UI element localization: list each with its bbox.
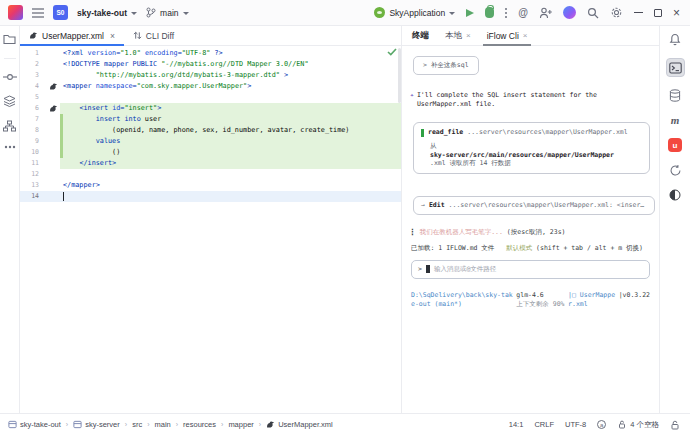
code-line[interactable]: 6 <insert id="insert"> bbox=[20, 103, 401, 114]
code-line[interactable]: 5 bbox=[20, 92, 401, 103]
readonly-lock-icon[interactable] bbox=[670, 420, 680, 430]
line-number[interactable]: 9 bbox=[20, 136, 46, 147]
line-number[interactable]: 5 bbox=[20, 92, 46, 103]
tool-path: ...server\resources\mapper\UserMapper.xm… bbox=[467, 128, 627, 137]
at-mention-icon[interactable]: @ bbox=[518, 7, 528, 18]
breadcrumb: sky-take-out›sky-server›src›main›resourc… bbox=[8, 420, 333, 429]
search-icon[interactable] bbox=[587, 7, 599, 19]
ide-window: S0 sky-take-out main SkyApplication bbox=[0, 0, 690, 435]
line-separator[interactable]: CRLF bbox=[534, 420, 554, 429]
code-line[interactable]: 1<?xml version="1.0" encoding="UTF-8" ?> bbox=[20, 48, 401, 59]
line-number[interactable]: 1 bbox=[20, 48, 46, 59]
indent-setting[interactable]: 4 个空格 bbox=[617, 420, 659, 430]
more-tool-windows-icon[interactable] bbox=[4, 145, 16, 149]
code-line[interactable]: 2<!DOCTYPE mapper PUBLIC "-//mybatis.org… bbox=[20, 59, 401, 70]
breadcrumb-separator: › bbox=[66, 421, 68, 428]
line-number[interactable]: 3 bbox=[20, 70, 46, 81]
ai-assistant-icon[interactable] bbox=[563, 6, 576, 19]
terminal-tab-iflow-cli[interactable]: iFlow Cli× bbox=[487, 26, 528, 45]
line-number[interactable]: 4 bbox=[20, 81, 46, 92]
breadcrumb-item[interactable]: mapper bbox=[228, 420, 253, 429]
code-line[interactable]: 10 () bbox=[20, 147, 401, 158]
maven-tool-icon[interactable]: m bbox=[671, 114, 680, 126]
code-line[interactable]: 13</mapper> bbox=[20, 180, 401, 191]
read-file-tool-call: read_file ...server\resources\mapper\Use… bbox=[413, 122, 650, 174]
intellij-logo-icon bbox=[8, 5, 23, 20]
window-minimize-button[interactable] bbox=[634, 12, 643, 14]
breadcrumb-item[interactable]: sky-take-out bbox=[8, 420, 61, 429]
file-encoding[interactable]: UTF-8 bbox=[565, 420, 586, 429]
code-line[interactable]: 14 bbox=[20, 191, 401, 202]
close-icon[interactable]: × bbox=[466, 31, 471, 40]
window-close-button[interactable]: × bbox=[673, 9, 680, 17]
run-configuration-selector[interactable]: SkyApplication bbox=[374, 7, 455, 18]
editor-scrollbar[interactable] bbox=[398, 48, 401, 103]
iflow-cli-content[interactable]: > 补全这条sql ✦ I'll complete the SQL insert… bbox=[402, 46, 659, 413]
caret-position[interactable]: 14:1 bbox=[509, 420, 524, 429]
layers-tool-icon[interactable] bbox=[3, 95, 16, 107]
line-number[interactable]: 6 bbox=[20, 103, 46, 114]
chevron-down-icon bbox=[449, 12, 455, 15]
breadcrumb-item[interactable]: UserMapper.xml bbox=[266, 420, 333, 429]
terminal-panel-title[interactable]: 终端 bbox=[412, 26, 429, 45]
code-line[interactable]: 12 bbox=[20, 169, 401, 180]
editor-tab-cli-diff[interactable]: CLI Diff bbox=[124, 26, 183, 45]
code-editor[interactable]: 1<?xml version="1.0" encoding="UTF-8" ?>… bbox=[20, 46, 401, 413]
terminal-tab--[interactable]: 本地× bbox=[445, 26, 471, 45]
project-tool-icon[interactable] bbox=[3, 33, 16, 45]
code-line-text: (openid, name, phone, sex, id_number, av… bbox=[60, 125, 401, 136]
line-number[interactable]: 13 bbox=[20, 180, 46, 191]
gutter-space bbox=[46, 158, 60, 169]
terminal-tool-icon[interactable] bbox=[666, 58, 685, 77]
line-number[interactable]: 11 bbox=[20, 158, 46, 169]
gutter-space bbox=[46, 92, 60, 103]
line-number[interactable]: 7 bbox=[20, 114, 46, 125]
database-tool-icon[interactable] bbox=[669, 89, 681, 102]
code-line[interactable]: 4<mapper namespace="com.sky.mapper.UserM… bbox=[20, 81, 401, 92]
theme-half-circle-icon[interactable] bbox=[669, 189, 681, 201]
close-icon[interactable]: × bbox=[523, 31, 528, 40]
line-number[interactable]: 10 bbox=[20, 147, 46, 158]
code-text: <?xml version="1.0" encoding="UTF-8" ?> bbox=[63, 48, 223, 59]
run-button[interactable] bbox=[466, 9, 474, 17]
structure-tool-icon[interactable] bbox=[3, 120, 16, 132]
project-selector[interactable]: sky-take-out bbox=[77, 8, 137, 18]
line-number[interactable]: 14 bbox=[20, 191, 46, 202]
line-number[interactable]: 12 bbox=[20, 169, 46, 180]
sync-tool-icon[interactable] bbox=[669, 164, 682, 177]
spinner-icon: ⡇ bbox=[411, 228, 416, 236]
window-maximize-button[interactable] bbox=[654, 9, 662, 17]
add-collaborator-icon[interactable] bbox=[539, 7, 552, 19]
code-line[interactable]: 11 </insert> bbox=[20, 158, 401, 169]
branch-selector[interactable]: main bbox=[146, 7, 188, 18]
more-actions-icon[interactable] bbox=[505, 8, 507, 18]
plugin-red-icon[interactable]: u bbox=[668, 138, 682, 152]
code-line[interactable]: 8 (openid, name, phone, sex, id_number, … bbox=[20, 125, 401, 136]
tool-status-chip bbox=[421, 129, 424, 137]
settings-gear-icon[interactable] bbox=[610, 6, 623, 19]
line-number[interactable]: 8 bbox=[20, 125, 46, 136]
breadcrumb-separator: › bbox=[125, 421, 127, 428]
gutter-space bbox=[46, 70, 60, 81]
breadcrumb-item[interactable]: resources bbox=[183, 420, 216, 429]
notifications-bell-icon[interactable] bbox=[669, 33, 681, 46]
editor-tab-usermapper-xml[interactable]: UserMapper.xml× bbox=[20, 26, 124, 45]
code-line[interactable]: 7 insert into user bbox=[20, 114, 401, 125]
code-line[interactable]: 3 "http://mybatis.org/dtd/mybatis-3-mapp… bbox=[20, 70, 401, 81]
mybatis-statement-icon[interactable] bbox=[46, 81, 60, 92]
mybatis-statement-icon[interactable] bbox=[46, 103, 60, 114]
cli-input[interactable]: > 输入消息或@文件路径 bbox=[411, 260, 650, 279]
main-menu-icon[interactable] bbox=[32, 8, 44, 18]
line-number[interactable]: 2 bbox=[20, 59, 46, 70]
breadcrumb-item[interactable]: sky-server bbox=[73, 420, 120, 429]
code-line[interactable]: 9 values bbox=[20, 136, 401, 147]
input-placeholder: 输入消息或@文件路径 bbox=[434, 265, 496, 274]
commit-tool-icon[interactable] bbox=[3, 72, 17, 82]
inspections-ok-icon[interactable] bbox=[387, 48, 397, 56]
annotation-widget-icon[interactable]: a bbox=[597, 420, 606, 429]
close-icon[interactable]: × bbox=[110, 31, 115, 41]
breadcrumb-item[interactable]: main bbox=[154, 420, 170, 429]
breadcrumb-item[interactable]: src bbox=[132, 420, 142, 429]
project-avatar[interactable]: S0 bbox=[53, 5, 68, 20]
debug-button[interactable] bbox=[485, 7, 494, 18]
